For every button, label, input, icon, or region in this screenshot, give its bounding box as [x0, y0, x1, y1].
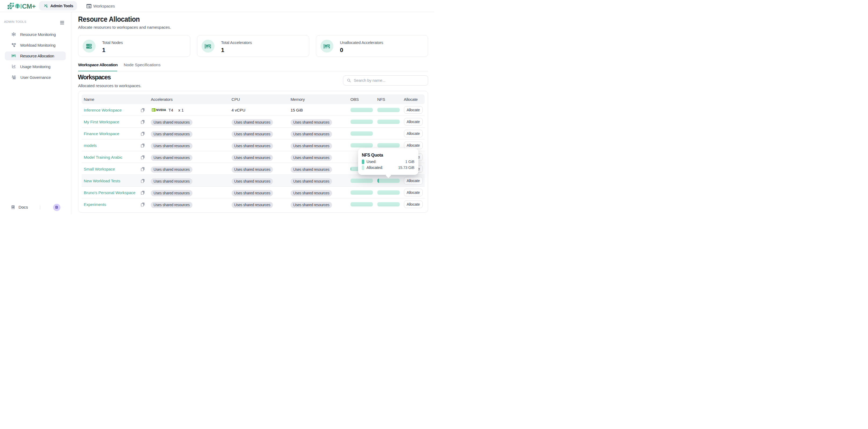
svg-text:I: I	[20, 2, 22, 10]
svg-text:CM+: CM+	[22, 2, 36, 10]
